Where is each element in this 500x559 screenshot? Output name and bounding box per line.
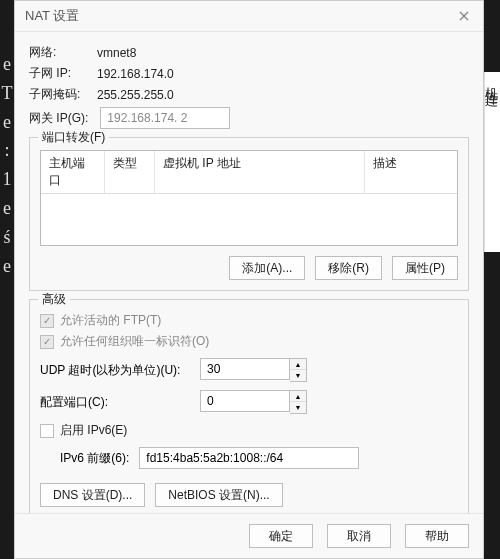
properties-button[interactable]: 属性(P) <box>392 256 458 280</box>
obscured-right-text: 机 连 连 <box>484 72 500 252</box>
subnet-ip-value: 192.168.174.0 <box>97 67 174 81</box>
dns-settings-button[interactable]: DNS 设置(D)... <box>40 483 145 507</box>
subnet-mask-label: 子网掩码: <box>29 86 85 103</box>
network-label: 网络: <box>29 44 85 61</box>
add-button[interactable]: 添加(A)... <box>229 256 305 280</box>
advanced-group: 高级 ✓ 允许活动的 FTP(T) ✓ 允许任何组织唯一标识符(O) UDP 超… <box>29 299 469 513</box>
col-host-port[interactable]: 主机端口 <box>41 151 105 193</box>
advanced-legend: 高级 <box>38 291 70 308</box>
table-body-empty <box>41 194 457 246</box>
port-forwarding-legend: 端口转发(F) <box>38 129 109 146</box>
udp-timeout-input[interactable] <box>200 358 290 380</box>
spin-down-icon[interactable]: ▼ <box>290 402 306 413</box>
checkbox-checked-icon: ✓ <box>40 314 54 328</box>
dialog-title: NAT 设置 <box>25 7 79 25</box>
enable-ipv6-label: 启用 IPv6(E) <box>60 422 127 439</box>
subnet-ip-label: 子网 IP: <box>29 65 85 82</box>
ipv6-prefix-label: IPv6 前缀(6): <box>60 450 129 467</box>
config-port-label: 配置端口(C): <box>40 394 190 411</box>
subnet-mask-value: 255.255.255.0 <box>97 88 174 102</box>
gateway-ip-input[interactable] <box>100 107 230 129</box>
allow-active-ftp-checkbox[interactable]: ✓ 允许活动的 FTP(T) <box>40 312 458 329</box>
nat-settings-dialog: NAT 设置 网络: vmnet8 子网 IP: 192.168.174.0 子… <box>14 0 484 559</box>
port-forwarding-group: 端口转发(F) 主机端口 类型 虚拟机 IP 地址 描述 添加(A)... 移除… <box>29 137 469 291</box>
config-port-input[interactable] <box>200 390 290 412</box>
remove-button[interactable]: 移除(R) <box>315 256 382 280</box>
cancel-button[interactable]: 取消 <box>327 524 391 548</box>
spin-up-icon[interactable]: ▲ <box>290 359 306 370</box>
allow-any-oui-label: 允许任何组织唯一标识符(O) <box>60 333 209 350</box>
col-vm-ip[interactable]: 虚拟机 IP 地址 <box>155 151 365 193</box>
port-forwarding-table[interactable]: 主机端口 类型 虚拟机 IP 地址 描述 <box>40 150 458 246</box>
allow-any-oui-checkbox[interactable]: ✓ 允许任何组织唯一标识符(O) <box>40 333 458 350</box>
udp-timeout-label: UDP 超时(以秒为单位)(U): <box>40 362 190 379</box>
checkbox-checked-icon: ✓ <box>40 335 54 349</box>
gateway-ip-label: 网关 IP(G): <box>29 110 88 127</box>
title-bar: NAT 设置 <box>15 1 483 32</box>
spin-down-icon[interactable]: ▼ <box>290 370 306 381</box>
enable-ipv6-checkbox[interactable]: 启用 IPv6(E) <box>40 422 458 439</box>
checkbox-unchecked-icon <box>40 424 54 438</box>
help-button[interactable]: 帮助 <box>405 524 469 548</box>
network-value: vmnet8 <box>97 46 136 60</box>
netbios-settings-button[interactable]: NetBIOS 设置(N)... <box>155 483 282 507</box>
ipv6-prefix-input[interactable] <box>139 447 359 469</box>
col-type[interactable]: 类型 <box>105 151 155 193</box>
col-description[interactable]: 描述 <box>365 151 457 193</box>
dialog-footer: 确定 取消 帮助 <box>15 513 483 558</box>
obscured-background-text: e T e : 1 e ś e <box>0 50 14 350</box>
allow-active-ftp-label: 允许活动的 FTP(T) <box>60 312 161 329</box>
ok-button[interactable]: 确定 <box>249 524 313 548</box>
close-icon[interactable] <box>455 7 473 25</box>
spin-up-icon[interactable]: ▲ <box>290 391 306 402</box>
